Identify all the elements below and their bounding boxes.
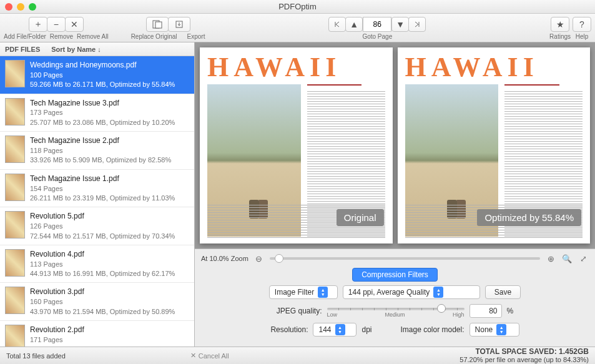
minimize-icon[interactable] — [17, 3, 24, 11]
file-sizes: 44.913 MB to 16.991 MB, Optimized by 62.… — [30, 269, 175, 278]
file-sizes: 43.970 MB to 21.594 MB, Optimized by 50.… — [30, 307, 175, 317]
preview-panes: HAWAII Original HAWAII Optimized by 55.8… — [195, 42, 595, 248]
help-button[interactable]: ? — [573, 17, 591, 32]
last-page-button[interactable] — [408, 17, 426, 32]
zoom-in-button[interactable]: ⊕ — [545, 253, 556, 264]
replace-original-label: Replace Original — [131, 33, 177, 40]
goto-page-label: Goto Page — [362, 33, 392, 40]
file-name: Revolution 3.pdf — [30, 287, 175, 297]
first-page-button[interactable] — [328, 17, 346, 32]
add-file-button[interactable]: ＋ — [29, 17, 47, 32]
file-row[interactable]: Weddings and Honeymoons.pdf 100 Pages 59… — [0, 56, 194, 94]
optimized-badge: Optimized by 55.84% — [477, 209, 581, 226]
file-row[interactable]: Revolution 4.pdf 113 Pages 44.913 MB to … — [0, 245, 194, 283]
help-label: Help — [576, 33, 589, 40]
zoom-actual-button[interactable]: 🔍 — [561, 253, 573, 264]
file-list[interactable]: Weddings and Honeymoons.pdf 100 Pages 59… — [0, 56, 194, 347]
jpeg-quality-label: JPEG quality: — [277, 307, 322, 315]
remove-button[interactable]: − — [47, 17, 66, 32]
file-sizes: 59.266 MB to 26.171 MB, Optimized by 55.… — [30, 80, 175, 89]
file-sizes: 72.544 MB to 21.517 MB, Optimized by 70.… — [30, 232, 175, 241]
total-files-label: Total 13 files added — [6, 352, 66, 360]
file-name: Tech Magazine Issue 2.pdf — [30, 135, 171, 146]
sort-button[interactable]: Sort by Name ↓ — [51, 46, 101, 53]
replace-original-button[interactable] — [146, 17, 169, 32]
file-row[interactable]: Revolution 3.pdf 160 Pages 43.970 MB to … — [0, 283, 194, 321]
toolbar: ＋ − ✕ Add File/Folder Remove Remove All … — [0, 14, 595, 42]
controls-panel: At 10.0% Zoom ⊖ ⊕ 🔍 ⤢ Compression Filter… — [195, 248, 595, 347]
jpeg-quality-input[interactable]: 80 — [470, 304, 502, 318]
original-preview: HAWAII Original — [200, 47, 393, 243]
color-model-select[interactable]: None▲▼ — [470, 323, 519, 337]
remove-label: Remove — [50, 33, 73, 40]
file-row[interactable]: Tech Magazine Issue 3.pdf 173 Pages 25.7… — [0, 94, 194, 132]
sidebar: PDF FILES Sort by Name ↓ Weddings and Ho… — [0, 42, 195, 347]
status-bar: Total 13 files added ✕ Cancel All TOTAL … — [0, 347, 595, 364]
color-model-label: Image color model: — [401, 325, 465, 334]
file-sizes: 36.767 MB to 21.142 MB, Optimized by 42.… — [30, 345, 175, 347]
file-pages: 154 Pages — [30, 184, 175, 194]
ratings-button[interactable]: ★ — [551, 17, 569, 32]
file-pages: 100 Pages — [30, 71, 175, 80]
file-row[interactable]: Tech Magazine Issue 2.pdf 118 Pages 33.9… — [0, 132, 194, 170]
zoom-fit-button[interactable]: ⤢ — [578, 253, 589, 264]
file-thumbnail — [5, 211, 25, 239]
resolution-unit: dpi — [361, 325, 371, 334]
cancel-all-button[interactable]: ✕ Cancel All — [190, 352, 229, 360]
svg-rect-1 — [155, 22, 162, 28]
next-page-button[interactable]: ▼ — [391, 17, 409, 32]
resolution-label: Resolution: — [270, 325, 308, 334]
jpeg-unit: % — [507, 307, 514, 315]
image-filter-preset-select[interactable]: 144 ppi, Average Quality▲▼ — [343, 285, 480, 299]
file-pages: 173 Pages — [30, 108, 175, 117]
titlebar: PDFOptim — [0, 0, 595, 14]
file-thumbnail — [5, 174, 25, 201]
zoom-out-button[interactable]: ⊖ — [253, 253, 265, 264]
jpeg-quality-slider[interactable]: Low Medium High — [327, 304, 465, 318]
page-heading: HAWAII — [398, 47, 591, 84]
file-thumbnail — [5, 287, 25, 314]
total-space-saved: TOTAL SPACE SAVED: 1.452GB — [460, 348, 589, 356]
window-controls — [5, 3, 36, 11]
file-thumbnail — [5, 325, 25, 347]
original-badge: Original — [337, 209, 384, 226]
zoom-icon[interactable] — [29, 3, 36, 11]
file-row[interactable]: Revolution 5.pdf 126 Pages 72.544 MB to … — [0, 207, 194, 245]
file-name: Tech Magazine Issue 3.pdf — [30, 98, 175, 109]
export-label: Export — [187, 33, 205, 40]
add-file-label: Add File/Folder — [4, 33, 46, 40]
file-pages: 171 Pages — [30, 335, 175, 345]
zoom-label: At 10.0% Zoom — [201, 255, 248, 262]
file-pages: 160 Pages — [30, 297, 175, 307]
file-sizes: 33.926 MB to 5.909 MB, Optimized by 82.5… — [30, 155, 171, 165]
export-button[interactable] — [168, 17, 190, 32]
file-pages: 126 Pages — [30, 222, 175, 231]
file-row[interactable]: Tech Magazine Issue 1.pdf 154 Pages 26.2… — [0, 170, 194, 208]
file-sizes: 25.707 MB to 23.086 MB, Optimized by 10.… — [30, 118, 175, 127]
prev-page-button[interactable]: ▲ — [345, 17, 363, 32]
file-pages: 113 Pages — [30, 260, 175, 269]
remove-all-button[interactable]: ✕ — [65, 17, 84, 32]
save-button[interactable]: Save — [485, 285, 521, 299]
file-row[interactable]: Revolution 2.pdf 171 Pages 36.767 MB to … — [0, 321, 194, 347]
file-name: Tech Magazine Issue 1.pdf — [30, 174, 175, 184]
file-thumbnail — [5, 135, 25, 163]
zoom-slider[interactable] — [270, 257, 540, 260]
page-number-input[interactable]: 86 — [363, 17, 391, 32]
file-sizes: 26.211 MB to 23.319 MB, Optimized by 11.… — [30, 194, 175, 203]
file-name: Revolution 4.pdf — [30, 249, 175, 260]
average-savings: 57.20% per file on average (up to 84.33%… — [460, 356, 589, 363]
page-heading: HAWAII — [200, 47, 393, 84]
file-thumbnail — [5, 60, 25, 87]
file-thumbnail — [5, 249, 25, 277]
pdf-files-header: PDF FILES — [5, 46, 40, 53]
resolution-select[interactable]: 144▲▼ — [313, 323, 357, 337]
compression-filters-tab[interactable]: Compression Filters — [352, 268, 438, 282]
image-filter-select[interactable]: Image Filter▲▼ — [269, 285, 338, 299]
ratings-label: Ratings — [549, 33, 571, 40]
file-name: Weddings and Honeymoons.pdf — [30, 60, 175, 71]
file-pages: 118 Pages — [30, 146, 171, 155]
window-title: PDFOptim — [278, 2, 317, 11]
close-icon[interactable] — [5, 3, 12, 11]
file-name: Revolution 5.pdf — [30, 211, 175, 222]
